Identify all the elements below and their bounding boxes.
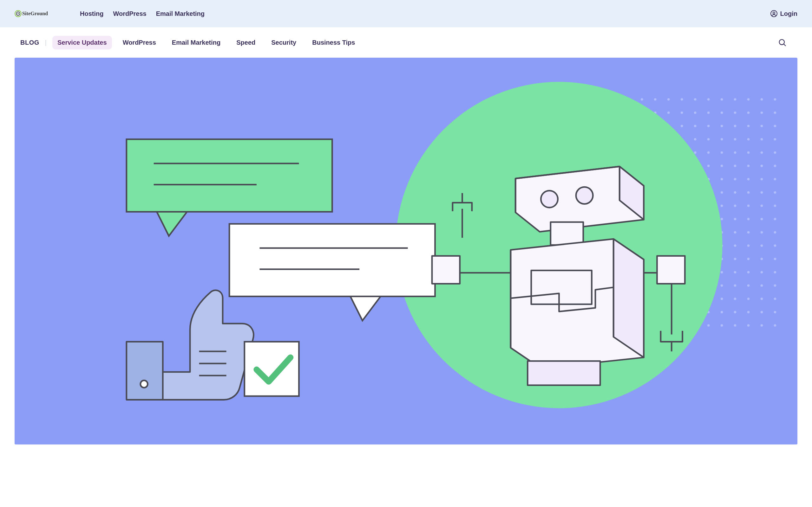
nav-wordpress[interactable]: WordPress — [113, 10, 146, 17]
separator: | — [45, 39, 47, 46]
svg-point-28 — [541, 191, 558, 208]
blog-nav: BLOG | Service Updates WordPress Email M… — [0, 27, 812, 58]
top-bar: SiteGround Hosting WordPress Email Marke… — [0, 0, 812, 27]
svg-rect-9 — [126, 139, 332, 212]
svg-rect-42 — [657, 256, 685, 284]
tab-wordpress[interactable]: WordPress — [118, 36, 161, 49]
brand-name: SiteGround — [22, 10, 48, 16]
svg-point-18 — [141, 380, 148, 388]
user-icon — [770, 10, 778, 17]
svg-rect-38 — [432, 256, 460, 284]
tab-security[interactable]: Security — [266, 36, 301, 49]
svg-rect-30 — [551, 222, 583, 245]
brand-logo[interactable]: SiteGround — [14, 7, 72, 20]
tab-service-updates[interactable]: Service Updates — [52, 36, 112, 49]
blog-label: BLOG — [20, 39, 39, 46]
blog-tabs: Service Updates WordPress Email Marketin… — [52, 36, 360, 49]
svg-rect-17 — [126, 342, 163, 400]
tab-email-marketing[interactable]: Email Marketing — [167, 36, 225, 49]
checkbox-icon — [245, 342, 299, 396]
svg-point-2 — [17, 13, 18, 14]
tab-speed[interactable]: Speed — [231, 36, 260, 49]
svg-point-29 — [576, 187, 593, 204]
nav-hosting[interactable]: Hosting — [80, 10, 103, 17]
siteground-logo-icon: SiteGround — [14, 7, 72, 20]
login-label: Login — [780, 10, 798, 17]
login-button[interactable]: Login — [770, 10, 798, 17]
hero-illustration — [14, 58, 798, 445]
svg-marker-32 — [613, 239, 644, 357]
search-icon[interactable] — [778, 38, 786, 47]
svg-rect-36 — [527, 361, 600, 385]
svg-point-3 — [771, 10, 777, 17]
svg-rect-22 — [245, 342, 299, 396]
svg-point-4 — [773, 12, 774, 14]
svg-rect-13 — [229, 224, 435, 296]
nav-email-marketing[interactable]: Email Marketing — [156, 10, 205, 17]
tab-business-tips[interactable]: Business Tips — [307, 36, 360, 49]
svg-line-6 — [784, 44, 786, 46]
primary-nav: Hosting WordPress Email Marketing — [80, 10, 205, 17]
